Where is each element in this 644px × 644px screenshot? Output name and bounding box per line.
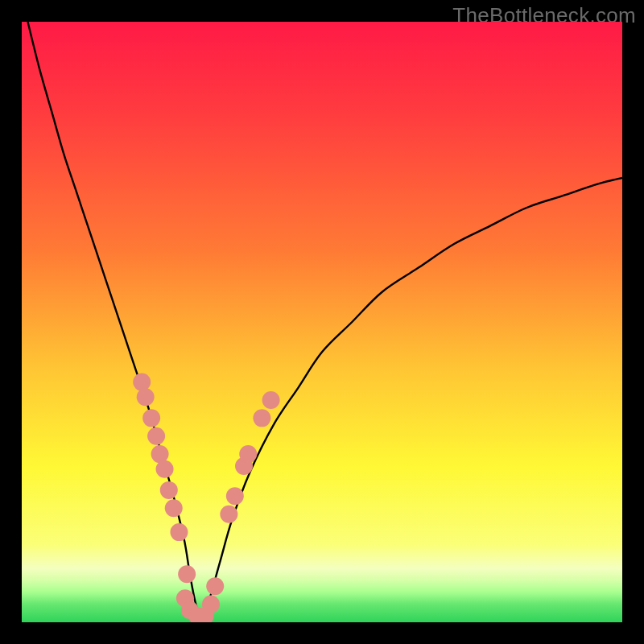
curve-marker [133, 374, 151, 391]
chart-stage: TheBottleneck.com [0, 0, 644, 644]
curve-marker [142, 409, 160, 427]
curve-marker [170, 523, 188, 541]
plot-area [22, 22, 622, 622]
curve-layer [22, 22, 622, 622]
curve-marker [226, 487, 244, 505]
curve-marker [160, 481, 178, 499]
curve-marker [220, 506, 237, 523]
curve-marker [206, 577, 224, 595]
curve-marker [147, 427, 165, 445]
curve-marker [178, 565, 196, 583]
curve-marker [253, 409, 270, 427]
curve-marker [156, 460, 174, 478]
curve-marker [239, 445, 257, 463]
curve-marker [137, 388, 155, 406]
curve-markers [133, 374, 279, 622]
curve-marker [151, 445, 169, 463]
curve-marker [262, 391, 280, 409]
curve-marker [165, 499, 183, 517]
curve-marker [202, 596, 220, 613]
bottleneck-curve [27, 22, 622, 617]
